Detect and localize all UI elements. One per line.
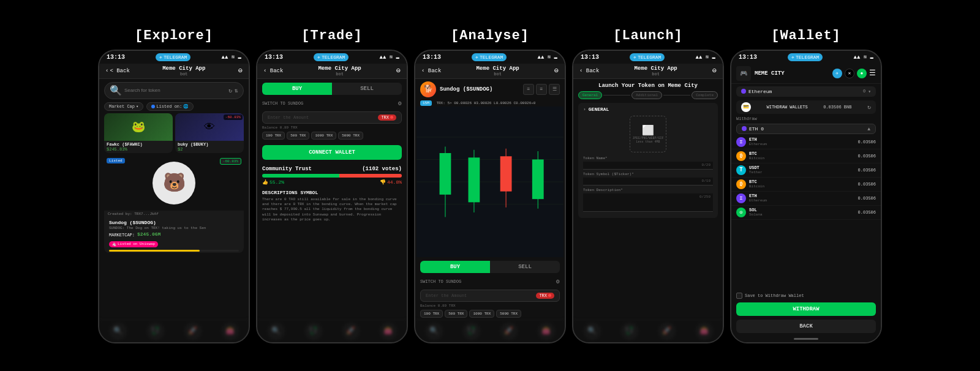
nav-a-trade[interactable]: 💱 [463, 323, 480, 340]
trade-back-btn[interactable]: ‹ Back [263, 68, 283, 74]
step-general[interactable]: General [578, 91, 602, 99]
featured-token-card[interactable]: 🐻 -60.83% Listed Created by: TRX7...JkAf… [104, 156, 244, 253]
sell-tab[interactable]: SELL [332, 83, 402, 95]
withdraw-refresh-icon[interactable]: ↻ [867, 103, 871, 111]
chain-selector[interactable]: Ethereum 0 ▾ [736, 86, 876, 97]
action-btn-3[interactable]: ☰ [549, 84, 560, 95]
settings-icon[interactable]: ⚙ [398, 100, 402, 107]
action-btn-1[interactable]: ≡ [523, 84, 534, 95]
nav-l-explore[interactable]: 🔍 [584, 323, 601, 340]
analyse-amount-input[interactable]: Enter the Amount TRX [420, 290, 560, 302]
x-social-icon[interactable]: ✕ [845, 69, 854, 78]
crypto-eth-1[interactable]: Ξ ETH Ethereum 0.03506 [731, 135, 881, 149]
hamburger-icon[interactable]: ☰ [869, 69, 876, 78]
nav-launch[interactable]: 🚀 [184, 323, 202, 340]
token-card-fawkc[interactable]: 🐸 Fawkc ($FAWKC) $245.83% [104, 113, 173, 153]
refresh-icon[interactable]: ↻ [228, 87, 232, 94]
trust-labels: 👍 55.2% 👎 44.8% [262, 179, 402, 185]
a-amount-500[interactable]: 500 TRX [445, 310, 467, 318]
step-complete[interactable]: Complete [692, 91, 718, 99]
nav-a-explore[interactable]: 🔍 [426, 323, 443, 340]
trade-phone: 13:13 ✈ TELEGRAM ▲▲ ≋ ▬ ‹ Back Meme City… [256, 50, 408, 343]
eth-chevron-icon: ▲ [867, 126, 870, 132]
nav-t-explore[interactable]: 🔍 [268, 323, 285, 340]
step-additional[interactable]: Additional [631, 91, 662, 99]
token-card-buky[interactable]: 👁 -60.83% buky ($BUKY) $2 [175, 113, 244, 153]
explore-search-bar[interactable]: 🔍 ↻ ⇅ [104, 82, 244, 99]
trade-menu-icon[interactable]: ⊖ [396, 66, 401, 75]
amount-5000[interactable]: 5000 TRX [338, 132, 363, 140]
withdraw-wallets-row[interactable]: 💳 WITHDRAW WALLETS 0.03506 BNB ↻ [736, 100, 876, 114]
nav-l-wallet[interactable]: 👛 [696, 323, 713, 340]
nav-trade[interactable]: 💱 [147, 323, 164, 340]
buy-tab[interactable]: BUY [262, 83, 332, 95]
crypto-btc-2[interactable]: ₿ BTC Bitcoin 0.03506 [731, 178, 881, 192]
a-amount-100[interactable]: 100 TRX [420, 310, 443, 318]
crypto-usdt[interactable]: ₮ USDT Tether 0.03506 [731, 163, 881, 178]
analyse-trx-badge: TRX [536, 293, 554, 299]
wallet-content: Ethereum 0 ▾ 💳 WITHDRAW WALLETS 0.03506 … [731, 84, 881, 342]
analyse-bottom-nav: 🔍 💱 🚀 👛 [415, 320, 565, 342]
fawkc-image: 🐸 [104, 113, 173, 141]
eth-info-1: ETH Ethereum [749, 137, 767, 146]
wallet-social-icons: ✈ ✕ ● ☰ [832, 69, 876, 78]
nav-t-trade[interactable]: 💱 [305, 323, 322, 340]
token-symbol-field: Token Symbol ($Ticker)* 0/10 [583, 172, 713, 186]
analyse-menu-icon[interactable]: ⊖ [554, 66, 559, 75]
amount-1000[interactable]: 1000 TRX [311, 132, 336, 140]
launch-menu-icon[interactable]: ⊖ [712, 66, 717, 75]
analyse-buy-sell: BUY SELL [420, 261, 560, 273]
crypto-sol[interactable]: ◎ SOL Solana 0.03506 [731, 206, 881, 220]
analyse-settings-icon[interactable]: ⚙ [556, 278, 560, 285]
connect-wallet-btn[interactable]: CONNECT WALLET [262, 145, 402, 160]
analyse-back-btn[interactable]: ‹ Back [421, 68, 441, 74]
trust-green-bar [262, 174, 339, 178]
trade-amount-input[interactable]: Enter the Amount TRX [262, 111, 402, 124]
a-amount-1000[interactable]: 1000 TRX [469, 310, 494, 318]
nav-wallet[interactable]: 👛 [222, 323, 239, 340]
save-checkbox[interactable] [736, 293, 742, 299]
nav-explore[interactable]: 🔍 [110, 323, 127, 340]
crypto-btc-1[interactable]: ₿ BTC Bitcoin 0.03506 [731, 149, 881, 163]
filter-icon[interactable]: ⇅ [235, 87, 238, 94]
interval-badge[interactable]: 15M [420, 100, 432, 106]
search-input[interactable] [124, 88, 226, 93]
explore-menu-icon[interactable]: ⊖ [238, 66, 243, 75]
nav-l-launch[interactable]: 🚀 [658, 323, 676, 340]
wallet-back-btn[interactable]: BACK [736, 320, 876, 333]
token-desc-input[interactable]: 0/250 [583, 193, 713, 212]
sol-info: SOL Solana [749, 208, 763, 217]
amount-500[interactable]: 500 TRX [287, 132, 309, 140]
analyse-sell-tab[interactable]: SELL [490, 261, 560, 273]
eth-selector[interactable]: ETH 0 ▲ [736, 124, 876, 134]
explore-header: ‹ < Back Meme City App bot ⊖ [99, 64, 249, 79]
filter-listed[interactable]: Listed on: 🌐 [146, 102, 194, 111]
trade-title: [Trade] [301, 28, 362, 43]
filter-market-cap[interactable]: Market Cap ▾ [104, 102, 143, 111]
launch-back-btn[interactable]: ‹ Back [579, 68, 599, 74]
token-symbol-label: Token Symbol ($Ticker)* [583, 172, 713, 176]
analyse-buy-tab[interactable]: BUY [420, 261, 490, 273]
descriptions-section: DESCRIPTIONS SYMBOL There are 0 TAO stil… [257, 187, 407, 225]
token-symbol-input[interactable]: 0/10 [583, 178, 713, 186]
crypto-eth-2[interactable]: Ξ ETH Ethereum 0.03506 [731, 192, 881, 206]
amount-100[interactable]: 100 TRX [262, 132, 285, 140]
analyse-telegram: ✈ TELEGRAM [472, 53, 507, 61]
nav-l-trade[interactable]: 💱 [621, 323, 638, 340]
nav-t-launch[interactable]: 🚀 [342, 323, 360, 340]
explore-back-btn[interactable]: ‹ < Back [105, 68, 130, 74]
withdraw-btn[interactable]: WITHDRAW [736, 302, 876, 316]
nav-a-wallet[interactable]: 👛 [538, 323, 555, 340]
green-social-icon[interactable]: ● [857, 69, 867, 78]
analyse-time: 13:13 [423, 54, 441, 61]
buky-badge: -60.83% [224, 114, 243, 120]
action-btn-2[interactable]: ≡ [536, 84, 547, 95]
general-header: › GENERAL [583, 107, 713, 112]
image-upload[interactable]: ⬜ JPEG/PNG/WEBP/GIF Less than 4MB [630, 116, 666, 152]
wallet-section: [Wallet] 13:13 ✈ TELEGRAM ▲▲ ≋ ▬ 🎮 MEME … [730, 28, 882, 343]
nav-a-launch[interactable]: 🚀 [500, 323, 518, 340]
a-amount-5000[interactable]: 5000 TRX [496, 310, 521, 318]
nav-t-wallet[interactable]: 👛 [380, 323, 397, 340]
telegram-social-icon[interactable]: ✈ [832, 69, 842, 78]
token-name-input[interactable]: 0/20 [583, 162, 713, 170]
